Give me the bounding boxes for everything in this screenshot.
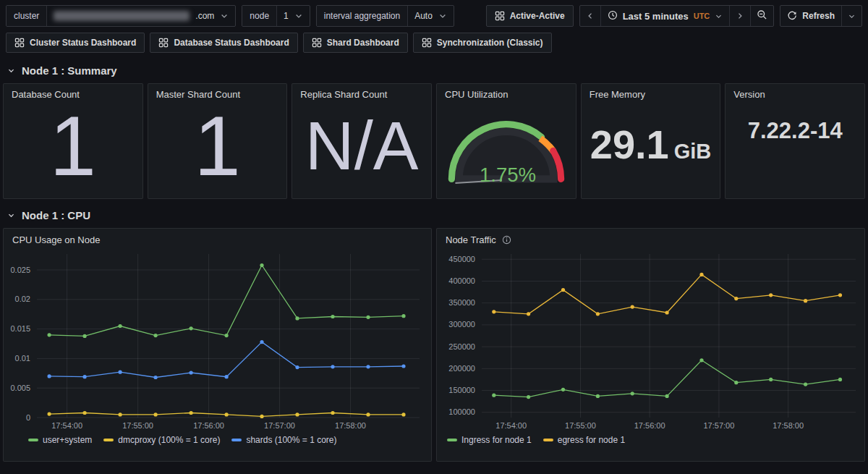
section-title: Node 1 : CPU xyxy=(22,209,90,221)
interval-aggregation-label: interval aggregation xyxy=(317,6,407,26)
panel-title: Version xyxy=(726,84,864,105)
panel-cpu-usage-on-node: CPU Usage on Node 00.0050.010.0150.020.0… xyxy=(3,228,432,462)
legend-chip xyxy=(231,439,242,441)
time-shift-forward-button[interactable] xyxy=(729,6,750,26)
legend-item-dmcproxy[interactable]: dmcproxy (100% = 1 core) xyxy=(103,435,220,445)
magnifier-minus-icon xyxy=(757,9,767,22)
svg-text:17:57:00: 17:57:00 xyxy=(264,421,295,430)
node-variable: node 1 xyxy=(242,5,310,27)
svg-text:17:57:00: 17:57:00 xyxy=(703,421,734,430)
time-range-label: Last 5 minutes xyxy=(623,11,689,22)
panel-title: Node Traffic xyxy=(437,229,864,247)
svg-text:350000: 350000 xyxy=(448,298,475,307)
cluster-select[interactable]: .com xyxy=(46,6,235,26)
cluster-domain-suffix: .com xyxy=(195,11,214,21)
time-shift-back-button[interactable] xyxy=(580,6,600,26)
chevron-down-icon xyxy=(438,12,447,20)
stat-value: N/A xyxy=(305,112,419,180)
info-icon[interactable] xyxy=(502,235,511,245)
panel-title: CPU Utilization xyxy=(437,84,576,105)
svg-text:17:58:00: 17:58:00 xyxy=(773,421,804,430)
legend-label: shards (100% = 1 core) xyxy=(246,435,336,445)
cpu-usage-chart[interactable]: 00.0050.010.0150.020.02517:54:0017:55:00… xyxy=(4,248,427,432)
cluster-variable-label: cluster xyxy=(7,6,46,26)
legend-chip xyxy=(28,439,38,441)
link-label: Cluster Status Dashboard xyxy=(30,38,136,48)
chevron-left-icon xyxy=(586,12,595,20)
legend-item-shards[interactable]: shards (100% = 1 core) xyxy=(231,435,336,445)
interval-aggregation-variable: interval aggregation Auto xyxy=(316,5,454,27)
panel-cpu-utilization: CPU Utilization 1.75% xyxy=(436,83,576,199)
time-range-controls: Last 5 minutes UTC xyxy=(579,5,775,27)
cpu-gauge: 1.75% xyxy=(440,114,573,188)
section-node-1-cpu[interactable]: Node 1 : CPU xyxy=(0,199,868,228)
panel-title: Free Memory xyxy=(582,84,720,105)
link-shard-dashboard[interactable]: Shard Dashboard xyxy=(303,33,408,53)
cpu-usage-legend: user+system dmcproxy (100% = 1 core) sha… xyxy=(4,432,431,449)
free-memory-unit: GiB xyxy=(674,140,712,164)
svg-text:400000: 400000 xyxy=(448,276,475,285)
svg-text:17:56:00: 17:56:00 xyxy=(193,421,224,430)
link-label: Synchronization (Classic) xyxy=(437,38,543,48)
collapse-chevron-icon xyxy=(7,211,15,219)
refresh-controls: Refresh xyxy=(780,5,862,27)
stat-value: 29.1 GiB xyxy=(590,124,712,165)
apps-grid-icon xyxy=(312,38,322,48)
section-node-1-summary[interactable]: Node 1 : Summary xyxy=(0,54,868,83)
node-traffic-chart[interactable]: 1000001500002000002500003000003500004000… xyxy=(437,248,863,432)
chevron-down-icon xyxy=(715,12,723,20)
apps-grid-icon xyxy=(422,38,432,48)
panel-title: Database Count xyxy=(4,84,142,105)
panel-replica-shard-count: Replica Shard Count N/A xyxy=(292,83,432,199)
svg-text:100000: 100000 xyxy=(448,407,475,416)
svg-text:17:54:00: 17:54:00 xyxy=(495,421,527,430)
panel-version: Version 7.22.2-14 xyxy=(725,83,865,199)
timezone-label: UTC xyxy=(694,12,710,20)
interval-aggregation-select[interactable]: Auto xyxy=(407,6,454,26)
legend-chip xyxy=(543,439,553,441)
svg-text:0.025: 0.025 xyxy=(10,266,30,274)
panel-title: CPU Usage on Node xyxy=(4,229,431,247)
redacted-cluster-name xyxy=(54,11,190,21)
legend-item-ingress[interactable]: Ingress for node 1 xyxy=(447,435,532,445)
node-select[interactable]: 1 xyxy=(276,6,310,26)
chevron-down-icon xyxy=(294,12,303,20)
node-value: 1 xyxy=(284,11,289,21)
toolbar: cluster .com node 1 interval aggregation xyxy=(0,0,868,30)
svg-text:200000: 200000 xyxy=(448,364,475,373)
chart-title-text: CPU Usage on Node xyxy=(12,234,100,245)
link-synchronization-classic[interactable]: Synchronization (Classic) xyxy=(413,33,552,53)
collapse-chevron-icon xyxy=(7,67,15,75)
stat-value: 7.22.2-14 xyxy=(748,118,843,144)
section-title: Node 1 : Summary xyxy=(22,64,117,77)
zoom-out-time-button[interactable] xyxy=(750,6,773,26)
link-cluster-status-dashboard[interactable]: Cluster Status Dashboard xyxy=(6,33,145,53)
svg-text:450000: 450000 xyxy=(448,255,475,263)
svg-text:0.015: 0.015 xyxy=(10,324,30,333)
svg-text:250000: 250000 xyxy=(448,342,475,351)
apps-grid-icon xyxy=(495,11,505,21)
legend-item-egress[interactable]: egress for node 1 xyxy=(543,435,625,445)
panel-title: Master Shard Count xyxy=(148,84,287,105)
svg-text:150000: 150000 xyxy=(448,386,475,394)
dashboard-links-bar: Cluster Status Dashboard Database Status… xyxy=(0,30,868,54)
interval-aggregation-value: Auto xyxy=(414,11,433,21)
summary-stats-row: Database Count 1 Master Shard Count 1 Re… xyxy=(0,83,868,199)
grafana-dashboard: cluster .com node 1 interval aggregation xyxy=(0,0,868,474)
time-range-picker[interactable]: Last 5 minutes UTC xyxy=(600,6,730,26)
node-variable-label: node xyxy=(242,6,276,26)
refresh-button[interactable]: Refresh xyxy=(780,6,841,26)
active-active-dashboard-link[interactable]: Active-Active xyxy=(486,5,574,27)
legend-item-user-system[interactable]: user+system xyxy=(28,435,92,445)
gauge-value: 1.75% xyxy=(480,164,536,186)
legend-label: user+system xyxy=(43,435,92,445)
node-traffic-legend: Ingress for node 1 egress for node 1 xyxy=(437,432,864,449)
legend-chip xyxy=(103,439,114,441)
link-database-status-dashboard[interactable]: Database Status Dashboard xyxy=(150,33,297,53)
legend-label: Ingress for node 1 xyxy=(461,435,532,445)
svg-text:0.005: 0.005 xyxy=(10,384,30,392)
chevron-down-icon xyxy=(220,12,229,20)
refresh-interval-dropdown[interactable] xyxy=(841,6,861,26)
apps-grid-icon xyxy=(158,38,169,48)
link-label: Shard Dashboard xyxy=(327,38,399,48)
